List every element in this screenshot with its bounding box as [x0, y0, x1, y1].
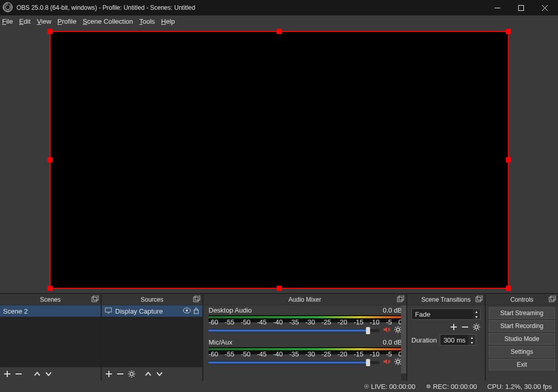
app-icon — [2, 2, 17, 14]
svg-line-39 — [395, 327, 396, 328]
svg-rect-7 — [93, 296, 98, 300]
panel-scenes: Scenes Scene 2 — [0, 294, 101, 381]
preview-area[interactable] — [0, 27, 558, 293]
svg-rect-30 — [397, 297, 402, 302]
popout-icon[interactable] — [91, 296, 99, 303]
svg-line-28 — [129, 376, 130, 377]
minimize-button[interactable] — [487, 0, 511, 15]
menu-scene-collection[interactable]: Scene Collection — [83, 18, 133, 25]
svg-point-16 — [186, 309, 188, 312]
add-scene-button[interactable] — [3, 370, 11, 378]
svg-line-64 — [474, 324, 475, 325]
menu-edit[interactable]: Edit — [19, 18, 30, 25]
svg-line-67 — [479, 324, 480, 325]
status-rec: REC: 00:00:00 — [433, 383, 477, 390]
sources-title: Sources — [140, 296, 163, 303]
duration-value: 300 ms — [443, 336, 466, 344]
source-properties-button[interactable] — [127, 370, 136, 378]
svg-line-51 — [400, 364, 401, 365]
panel-sources: Sources Display Capture — [102, 294, 202, 381]
svg-line-27 — [134, 376, 135, 377]
close-button[interactable] — [534, 0, 558, 15]
svg-rect-54 — [476, 297, 481, 302]
track-name: Desktop Audio — [209, 306, 252, 314]
svg-rect-17 — [194, 310, 198, 314]
visibility-toggle[interactable] — [183, 307, 191, 315]
source-item[interactable]: Display Capture — [102, 305, 202, 317]
status-cpu: CPU: 1.2%, 30.00 fps — [487, 383, 552, 390]
mute-button[interactable] — [382, 325, 391, 335]
svg-line-65 — [479, 329, 480, 330]
statusbar: LIVE: 00:00:00 REC: 00:00:00 CPU: 1.2%, … — [0, 381, 558, 392]
svg-rect-69 — [551, 296, 555, 300]
svg-point-45 — [396, 360, 400, 363]
source-up-button[interactable] — [144, 370, 152, 378]
panels-row: Scenes Scene 2 Sources Display Capture — [0, 293, 558, 381]
panel-audio-mixer: Audio Mixer Desktop Audio0.0 dB -60-55-5… — [203, 294, 406, 381]
remove-transition-button[interactable] — [461, 323, 469, 331]
transition-select[interactable]: Fade ▲▼ — [411, 308, 481, 320]
popout-icon[interactable] — [549, 296, 556, 303]
window-title: OBS 25.0.8 (64-bit, windows) - Profile: … — [17, 4, 195, 11]
source-item-label: Display Capture — [115, 307, 163, 315]
remove-source-button[interactable] — [116, 370, 124, 378]
duration-input[interactable]: 300 ms ▲▼ — [440, 334, 476, 346]
remove-scene-button[interactable] — [14, 370, 23, 378]
add-source-button[interactable] — [105, 370, 113, 378]
mute-button[interactable] — [382, 357, 391, 367]
live-indicator-icon — [364, 383, 369, 390]
transitions-title: Scene Transitions — [421, 296, 470, 303]
mixer-scrollbar[interactable] — [401, 305, 406, 381]
rec-indicator-icon — [426, 383, 431, 390]
svg-line-53 — [400, 359, 401, 360]
menu-profile[interactable]: Profile — [57, 18, 76, 25]
menu-help[interactable]: Help — [161, 18, 175, 25]
menu-tools[interactable]: Tools — [139, 18, 155, 25]
scene-item[interactable]: Scene 2 — [0, 305, 101, 317]
menu-view[interactable]: View — [37, 18, 51, 25]
lock-toggle[interactable] — [193, 307, 199, 316]
svg-point-21 — [130, 372, 133, 375]
svg-rect-12 — [195, 296, 200, 300]
source-down-button[interactable] — [155, 370, 164, 378]
svg-rect-11 — [194, 297, 198, 302]
preview-canvas[interactable] — [50, 31, 509, 289]
svg-line-66 — [474, 329, 475, 330]
volume-slider[interactable] — [209, 329, 379, 332]
duration-label: Duration — [411, 336, 437, 344]
scene-down-button[interactable] — [44, 370, 53, 378]
control-button-settings[interactable]: Settings — [489, 346, 555, 357]
add-transition-button[interactable] — [450, 323, 458, 331]
control-button-start recording[interactable]: Start Recording — [489, 320, 555, 332]
scene-up-button[interactable] — [33, 370, 41, 378]
popout-icon[interactable] — [397, 296, 404, 303]
popout-icon[interactable] — [193, 296, 200, 303]
menu-file[interactable]: File — [2, 18, 13, 25]
svg-point-72 — [426, 384, 431, 388]
mixer-track: Desktop Audio0.0 dB -60-55-50-45-40-35-3… — [203, 305, 406, 337]
maximize-button[interactable] — [511, 0, 534, 15]
svg-line-40 — [400, 332, 401, 333]
popout-icon[interactable] — [475, 296, 483, 303]
mixer-title: Audio Mixer — [289, 296, 321, 303]
transition-properties-button[interactable] — [472, 323, 481, 331]
svg-line-42 — [400, 327, 401, 328]
track-level: 0.0 dB — [382, 306, 402, 314]
vu-meter: -60-55-50-45-40-35-30-25-20-15-10-50 — [209, 315, 402, 322]
transition-value: Fade — [415, 311, 431, 318]
svg-point-70 — [365, 385, 368, 387]
svg-line-50 — [395, 359, 396, 360]
svg-line-52 — [395, 364, 396, 365]
titlebar: OBS 25.0.8 (64-bit, windows) - Profile: … — [0, 0, 558, 15]
volume-slider[interactable] — [209, 361, 379, 364]
panel-controls: Controls Start StreamingStart RecordingS… — [486, 294, 558, 381]
svg-line-29 — [134, 371, 135, 372]
control-button-start streaming[interactable]: Start Streaming — [489, 307, 555, 319]
control-button-studio mode[interactable]: Studio Mode — [489, 333, 555, 345]
svg-rect-13 — [105, 308, 111, 312]
control-button-exit[interactable]: Exit — [489, 359, 555, 370]
scenes-title: Scenes — [40, 296, 60, 303]
controls-title: Controls — [511, 296, 534, 303]
svg-point-59 — [475, 325, 478, 329]
track-level: 0.0 dB — [382, 338, 402, 346]
